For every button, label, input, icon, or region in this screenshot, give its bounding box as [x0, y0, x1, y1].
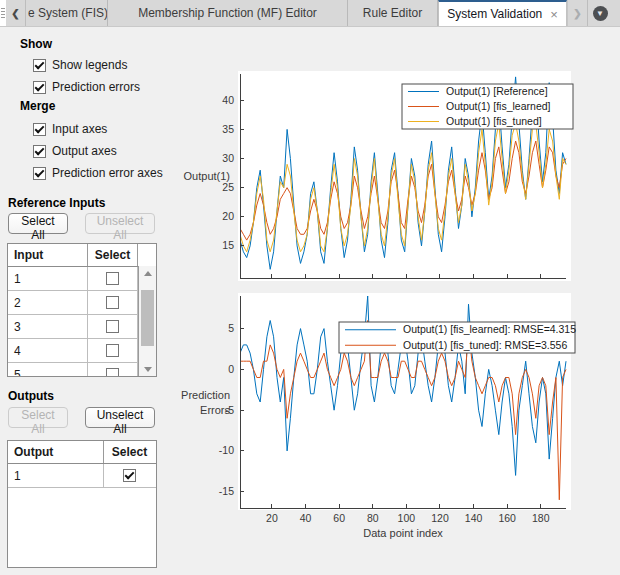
y-axis-label: Prediction [181, 389, 230, 401]
y-axis-label: Errors [200, 404, 230, 416]
checkbox-show-legends[interactable] [33, 59, 46, 72]
checkbox-label: Prediction error axes [52, 166, 163, 180]
y-tick-label: 20 [222, 210, 234, 222]
y-tick-label: 0 [228, 363, 234, 375]
y-tick-label: 30 [222, 152, 234, 164]
y-tick-label: 35 [222, 123, 234, 135]
checkbox-row-input-axes: Input axes [33, 121, 107, 137]
checkbox-label: Input axes [52, 122, 107, 136]
x-tick-label: 80 [367, 512, 379, 524]
checkbox-label: Output axes [52, 144, 117, 158]
checkbox-output-axes[interactable] [33, 145, 46, 158]
x-tick-label: 100 [398, 512, 416, 524]
y-axis-label: Output(1) [184, 170, 230, 182]
checkbox-prediction-errors[interactable] [33, 81, 46, 94]
x-tick-label: 140 [465, 512, 483, 524]
checkbox-row-show-legends: Show legends [33, 57, 127, 73]
legend-entry-label: Output(1) [fis_tuned]: RMSE=3.556 [403, 339, 567, 351]
checkbox-input-axes[interactable] [33, 123, 46, 136]
legend-entry-label: Output(1) [fis_tuned] [446, 115, 542, 127]
checkbox-row-output-axes: Output axes [33, 143, 117, 159]
y-tick-label: -10 [219, 444, 234, 456]
x-tick-label: 40 [300, 512, 312, 524]
x-tick-label: 20 [266, 512, 278, 524]
checkbox-prediction-error-axes[interactable] [33, 167, 46, 180]
y-tick-label: 15 [222, 239, 234, 251]
x-tick-label: 120 [431, 512, 449, 524]
x-axis-label: Data point index [363, 527, 443, 539]
legend-entry-label: Output(1) [fis_learned]: RMSE=4.315 [403, 323, 576, 335]
y-tick-label: 40 [222, 94, 234, 106]
checkbox-row-prediction-errors: Prediction errors [33, 79, 140, 95]
x-tick-label: 180 [532, 512, 550, 524]
checkbox-label: Prediction errors [52, 80, 140, 94]
x-tick-label: 160 [498, 512, 516, 524]
checkbox-label: Show legends [52, 58, 127, 72]
y-tick-label: -15 [219, 485, 234, 497]
legend-entry-label: Output(1) [fis_learned] [446, 100, 551, 112]
system-validation-window: ❮ e System (FIS) Plot Membership Functio… [0, 0, 620, 575]
x-tick-label: 60 [333, 512, 345, 524]
legend-entry-label: Output(1) [Reference] [446, 85, 548, 97]
y-tick-label: 5 [228, 322, 234, 334]
y-tick-label: 25 [222, 181, 234, 193]
checkbox-row-prediction-error-axes: Prediction error axes [33, 165, 163, 181]
